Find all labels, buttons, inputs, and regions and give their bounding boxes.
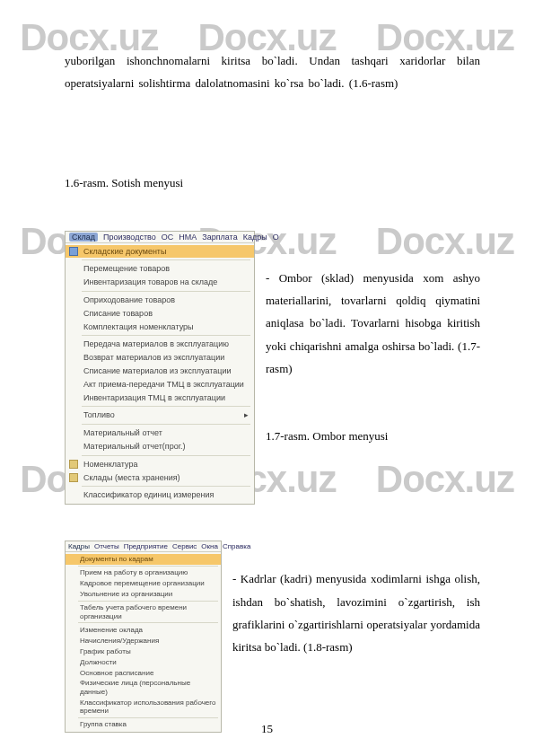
menu-item: Комплектация номенклатуры [66, 321, 254, 334]
menu-item: Физические лица (персональные данные) [66, 678, 221, 697]
document-icon [69, 247, 78, 256]
menu-item-label: Комплектация номенклатуры [83, 322, 194, 332]
menu-item: Инвентаризация ТМЦ в эксплуатации [66, 391, 254, 405]
menu-item-label: Классификатор единиц измерения [83, 490, 214, 500]
section-kadrlar: Кадры Отчеты Предприятие Сервис Окна Спр… [65, 541, 480, 733]
menu-item-label: Передача материалов в эксплуатацию [83, 339, 229, 349]
menu-item-label: Топливо [83, 410, 115, 420]
menu-body: Документы по кадрамПрием на работу в орг… [66, 552, 221, 732]
menu-item: Номенклатура [66, 458, 254, 471]
menu-item-label: Номенклатура [83, 460, 137, 470]
menu-item-label: Физические лица (персональные данные) [80, 679, 217, 696]
menu-item: Материальный отчет [66, 426, 254, 440]
right-column: - Ombor (sklad) menyusida xom ashyo mate… [266, 231, 480, 505]
menu-item-label: Инвентаризация товаров на складе [83, 277, 217, 287]
folder-icon [69, 473, 78, 482]
paragraph-2: - Ombor (sklad) menyusida xom ashyo mate… [266, 267, 480, 381]
menu-item: Классификатор единиц измерения [66, 488, 254, 502]
menu-item: Склады (места хранения) [66, 471, 254, 485]
menu-separator [82, 291, 250, 292]
menu-item-label: Изменение оклада [80, 626, 143, 635]
menu-bar-item: ОС [162, 233, 174, 242]
menu-item: График работы [66, 646, 221, 656]
menu-item-label: График работы [80, 647, 131, 656]
menu-item-label: Материальный отчет [83, 428, 162, 438]
menu-item: Основное расписание [66, 667, 221, 678]
menu-item-label: Основное расписание [80, 669, 153, 678]
menu-item-label: Должности [80, 658, 117, 667]
menu-bar-item: Производство [103, 233, 156, 242]
menu-item-label: Акт приема-передачи ТМЦ в эксплуатации [83, 380, 244, 390]
menu-separator [78, 601, 218, 602]
menu-bar-item: Предприятие [124, 542, 168, 550]
paragraph-3: - Kadrlar (kadri) menyusida xodimlarni i… [232, 541, 480, 658]
menu-item-label: Начисления/Удержания [80, 637, 159, 646]
menu-bar-item: Кадры [243, 233, 267, 242]
menu-separator [78, 566, 218, 567]
menu-item: Передача материалов в эксплуатацию [66, 338, 254, 351]
page-content: yuborilgan ishonchnomalarni kiritsa bo`l… [0, 0, 534, 733]
figure-caption-1-7: 1.7-rasm. Ombor menyusi [266, 429, 480, 444]
menu-item: Документы по кадрам [66, 554, 221, 565]
menu-item: Списание материалов из эксплуатации [66, 365, 254, 378]
menu-item: Акт приема-передачи ТМЦ в эксплуатации [66, 378, 254, 391]
menu-separator [78, 717, 218, 718]
menu-bar-item: Склад [69, 233, 98, 242]
menu-separator [82, 455, 250, 456]
menu-separator [82, 486, 250, 487]
menu-item-label: Прием на работу в организацию [80, 568, 188, 577]
menu-item: Инвентаризация товаров на складе [66, 276, 254, 289]
menu-item-label: Документы по кадрам [80, 555, 153, 564]
menu-bar-item: НМА [179, 233, 197, 242]
menu-separator [82, 259, 250, 260]
submenu-arrow-icon: ▸ [244, 410, 249, 420]
menu-bar: Кадры Отчеты Предприятие Сервис Окна Спр… [66, 541, 221, 552]
menu-item-label: Возврат материалов из эксплуатации [83, 353, 224, 363]
sklad-menu-screenshot: Склад Производство ОС НМА Зарплата Кадры… [65, 231, 255, 505]
menu-item: Списание товаров [66, 307, 254, 321]
menu-item-label: Оприходование товаров [83, 295, 175, 305]
menu-bar-item: Кадры [68, 542, 90, 550]
figure-caption-1-6: 1.6-rasm. Sotish menyusi [65, 176, 480, 190]
right-column: - Kadrlar (kadri) menyusida xodimlarni i… [232, 541, 480, 733]
menu-item-label: Перемещение товаров [83, 264, 170, 274]
menu-item: Материальный отчет(прог.) [66, 440, 254, 453]
menu-separator [78, 622, 218, 623]
menu-item: Оприходование товаров [66, 294, 254, 307]
menu-item: Изменение оклада [66, 624, 221, 635]
menu-separator [82, 424, 250, 425]
menu-item-label: Материальный отчет(прог.) [83, 442, 185, 452]
menu-item-label: Склады (места хранения) [83, 473, 180, 483]
menu-item: Складские документы [66, 245, 254, 259]
menu-item-label: Группа ставка [80, 720, 127, 729]
section-ombor: Склад Производство ОС НМА Зарплата Кадры… [65, 231, 480, 505]
menu-item-label: Увольнение из организации [80, 590, 172, 599]
menu-separator [82, 406, 250, 407]
menu-separator [82, 335, 250, 336]
menu-item: Должности [66, 656, 221, 667]
menu-item-label: Списание материалов из эксплуатации [83, 366, 231, 376]
menu-item-label: Кадровое перемещение организации [80, 579, 205, 588]
menu-item: Перемещение товаров [66, 262, 254, 276]
menu-item: Увольнение из организации [66, 589, 221, 600]
menu-bar-item: Зарплата [202, 233, 237, 242]
menu-item: Группа ставка [66, 719, 221, 730]
menu-bar-item: Окна [201, 542, 218, 550]
menu-body: Складские документыПеремещение товаровИн… [66, 243, 254, 505]
menu-item-label: Складские документы [83, 247, 166, 257]
paragraph-1: yuborilgan ishonchnomalarni kiritsa bo`l… [65, 49, 480, 95]
menu-item: Классификатор использования рабочего вре… [66, 698, 221, 716]
menu-item: Кадровое перемещение организации [66, 578, 221, 589]
menu-item-label: Табель учета рабочего времени организаци… [80, 603, 217, 620]
menu-item: Возврат материалов из эксплуатации [66, 351, 254, 365]
menu-bar: Склад Производство ОС НМА Зарплата Кадры… [66, 232, 254, 243]
menu-item-label: Списание товаров [83, 309, 153, 319]
folder-icon [69, 460, 78, 469]
menu-item-label: Инвентаризация ТМЦ в эксплуатации [83, 393, 225, 403]
menu-bar-item: Сервис [172, 542, 197, 550]
menu-item: Прием на работу в организацию [66, 567, 221, 578]
menu-item: Топливо▸ [66, 409, 254, 422]
kadry-menu-screenshot: Кадры Отчеты Предприятие Сервис Окна Спр… [65, 541, 222, 733]
menu-item: Начисления/Удержания [66, 635, 221, 646]
menu-bar-item: Отчеты [94, 542, 119, 550]
